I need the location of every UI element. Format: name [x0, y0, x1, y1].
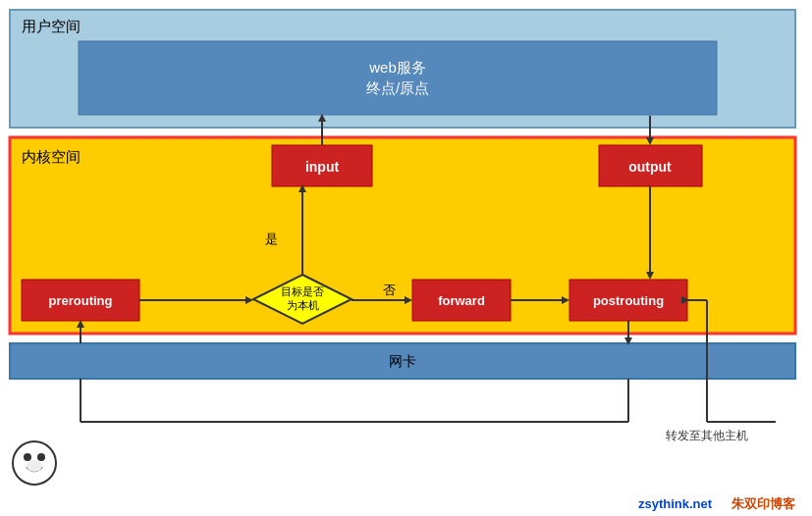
web-service-box	[79, 41, 717, 115]
main-diagram: 用户空间 web服务 终点/原点 内核空间 input output prero…	[0, 0, 812, 516]
mascot-right-eye	[37, 453, 45, 461]
mascot-left-eye	[24, 453, 31, 461]
web-service-text2: 终点/原点	[366, 79, 429, 96]
no-label: 否	[383, 283, 396, 297]
diamond-text1: 目标是否	[281, 285, 324, 297]
redirect-text: 转发至其他主机	[666, 429, 748, 442]
watermark-site: zsythink.net	[638, 496, 713, 511]
postrouting-label: postrouting	[593, 293, 664, 308]
web-service-text1: web服务	[368, 59, 426, 76]
prerouting-label: prerouting	[49, 293, 113, 308]
diamond-text2: 为本机	[287, 299, 319, 311]
output-label: output	[628, 159, 672, 175]
nic-label: 网卡	[389, 353, 416, 369]
user-space-label: 用户空间	[22, 18, 81, 34]
kernel-space-label: 内核空间	[22, 148, 81, 165]
mascot-belly	[27, 460, 42, 472]
yes-label: 是	[265, 232, 278, 246]
input-label: input	[305, 159, 340, 175]
diagram-wrapper: 用户空间 web服务 终点/原点 内核空间 input output prero…	[0, 0, 805, 516]
forward-label: forward	[438, 293, 485, 308]
watermark-name: 朱双印博客	[731, 496, 796, 511]
